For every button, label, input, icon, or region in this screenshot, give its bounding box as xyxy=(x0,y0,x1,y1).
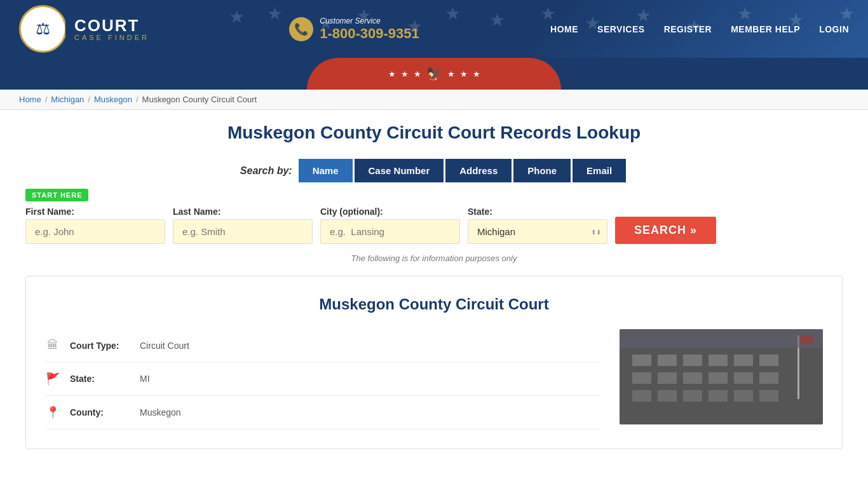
logo-area: ⚖ COURT CASE FINDER xyxy=(19,5,158,53)
logo-court-text: COURT xyxy=(74,17,149,34)
tab-email[interactable]: Email xyxy=(573,159,626,182)
svg-rect-6 xyxy=(734,355,753,366)
breadcrumb: Home / Michigan / Muskegon / Muskegon Co… xyxy=(19,95,849,104)
building-icon: 🏛 xyxy=(45,339,60,352)
svg-rect-3 xyxy=(658,355,677,366)
phone-label: Customer Service xyxy=(320,17,419,25)
court-type-label: Court Type: xyxy=(70,341,121,351)
main-content: Muskegon County Circuit Court Records Lo… xyxy=(0,110,868,462)
court-card-content: 🏛 Court Type: Circuit Court 🚩 State: MI … xyxy=(45,329,823,430)
court-state-label: State: xyxy=(70,374,121,384)
nav-home[interactable]: HOME xyxy=(550,24,578,34)
court-detail-state: 🚩 State: MI xyxy=(45,362,600,396)
eagle-stars: ★ ★ ★ 🦅 ★ ★ ★ xyxy=(388,66,480,81)
star-left-2: ★ xyxy=(401,69,409,79)
phone-area: 📞 Customer Service 1-800-309-9351 xyxy=(289,17,419,42)
nav-register[interactable]: REGISTER xyxy=(664,24,712,34)
state-select[interactable]: Michigan Alabama Alaska Arizona Californ… xyxy=(468,219,607,244)
svg-rect-15 xyxy=(658,390,677,402)
nav-login[interactable]: LOGIN xyxy=(819,24,849,34)
phone-icon: 📞 xyxy=(289,17,313,41)
flag-icon: 🚩 xyxy=(45,372,60,386)
start-here-label: START HERE xyxy=(25,189,88,201)
svg-rect-7 xyxy=(759,355,778,366)
court-building-svg xyxy=(620,329,823,424)
svg-rect-9 xyxy=(658,372,677,384)
svg-rect-14 xyxy=(632,390,651,402)
tab-address[interactable]: Address xyxy=(445,159,512,182)
breadcrumb-home[interactable]: Home xyxy=(19,95,41,104)
tab-case-number[interactable]: Case Number xyxy=(355,159,444,182)
info-note: The following is for information purpose… xyxy=(25,254,843,263)
breadcrumb-bar: Home / Michigan / Muskegon / Muskegon Co… xyxy=(0,90,868,110)
map-icon: 📍 xyxy=(45,405,60,419)
court-state-value: MI xyxy=(140,374,150,384)
breadcrumb-sep-3: / xyxy=(136,95,139,104)
header: ★ ★ ★ ★ ★ ★ ★ ★ ★ ★ ★ ★ ★ ★ ⚖ COURT CASE… xyxy=(0,0,868,90)
court-card: Muskegon County Circuit Court 🏛 Court Ty… xyxy=(25,276,843,449)
state-select-wrapper: Michigan Alabama Alaska Arizona Californ… xyxy=(468,219,607,244)
nav-services[interactable]: SERVICES xyxy=(597,24,645,34)
svg-rect-4 xyxy=(683,355,702,366)
star-left-1: ★ xyxy=(388,69,396,79)
svg-rect-13 xyxy=(759,372,778,384)
court-card-title: Muskegon County Circuit Court xyxy=(45,295,823,313)
tab-name[interactable]: Name xyxy=(299,159,353,182)
court-details: 🏛 Court Type: Circuit Court 🚩 State: MI … xyxy=(45,329,600,430)
city-input[interactable] xyxy=(320,219,460,244)
breadcrumb-sep-1: / xyxy=(45,95,48,104)
logo-circle: ⚖ xyxy=(19,5,67,53)
last-name-group: Last Name: xyxy=(173,207,313,244)
city-label: City (optional): xyxy=(320,207,460,217)
search-button[interactable]: SEARCH » xyxy=(615,217,716,244)
svg-rect-18 xyxy=(734,390,753,402)
svg-rect-8 xyxy=(632,372,651,384)
svg-rect-17 xyxy=(709,390,728,402)
star-right-1: ★ xyxy=(447,69,455,79)
search-by-label: Search by: xyxy=(240,165,292,177)
star-left-3: ★ xyxy=(414,69,421,79)
svg-rect-10 xyxy=(683,372,702,384)
last-name-input[interactable] xyxy=(173,219,313,244)
header-top: ⚖ COURT CASE FINDER 📞 Customer Service 1… xyxy=(0,0,868,58)
search-by-row: Search by: Name Case Number Address Phon… xyxy=(25,159,843,182)
state-group: State: Michigan Alabama Alaska Arizona C… xyxy=(468,207,607,244)
svg-rect-5 xyxy=(709,355,728,366)
city-group: City (optional): xyxy=(320,207,460,244)
search-form: First Name: Last Name: City (optional): … xyxy=(25,207,843,244)
court-image xyxy=(620,329,823,424)
court-county-label: County: xyxy=(70,407,121,417)
court-type-value: Circuit Court xyxy=(140,341,189,351)
eagle-icon: 🦅 xyxy=(426,66,442,81)
first-name-label: First Name: xyxy=(25,207,165,217)
star-right-2: ★ xyxy=(460,69,468,79)
nav-member-help[interactable]: MEMBER HELP xyxy=(731,24,800,34)
court-detail-county: 📍 County: Muskegon xyxy=(45,396,600,430)
logo-case-finder-text: CASE FINDER xyxy=(74,34,149,41)
star-right-3: ★ xyxy=(473,69,480,79)
phone-text: Customer Service 1-800-309-9351 xyxy=(320,17,419,42)
tab-phone[interactable]: Phone xyxy=(513,159,571,182)
page-title: Muskegon County Circuit Court Records Lo… xyxy=(25,123,843,143)
svg-rect-11 xyxy=(709,372,728,384)
court-county-value: Muskegon xyxy=(140,407,181,417)
svg-rect-19 xyxy=(759,390,778,402)
svg-rect-2 xyxy=(632,355,651,366)
phone-number: 1-800-309-9351 xyxy=(320,25,419,42)
breadcrumb-muskegon[interactable]: Muskegon xyxy=(94,95,132,104)
eagle-banner: ★ ★ ★ 🦅 ★ ★ ★ xyxy=(307,58,561,90)
logo-scales-icon: ⚖ xyxy=(36,19,50,39)
breadcrumb-sep-2: / xyxy=(88,95,90,104)
start-here-badge: START HERE xyxy=(25,189,843,207)
logo-text-block: COURT CASE FINDER xyxy=(65,15,158,44)
first-name-input[interactable] xyxy=(25,219,165,244)
svg-rect-16 xyxy=(683,390,702,402)
header-curve: ★ ★ ★ 🦅 ★ ★ ★ xyxy=(0,58,868,90)
breadcrumb-michigan[interactable]: Michigan xyxy=(51,95,84,104)
breadcrumb-current: Muskegon County Circuit Court xyxy=(142,95,257,104)
first-name-group: First Name: xyxy=(25,207,165,244)
main-nav: HOME SERVICES REGISTER MEMBER HELP LOGIN xyxy=(550,24,849,34)
state-label: State: xyxy=(468,207,607,217)
svg-rect-12 xyxy=(734,372,753,384)
court-detail-type: 🏛 Court Type: Circuit Court xyxy=(45,329,600,362)
